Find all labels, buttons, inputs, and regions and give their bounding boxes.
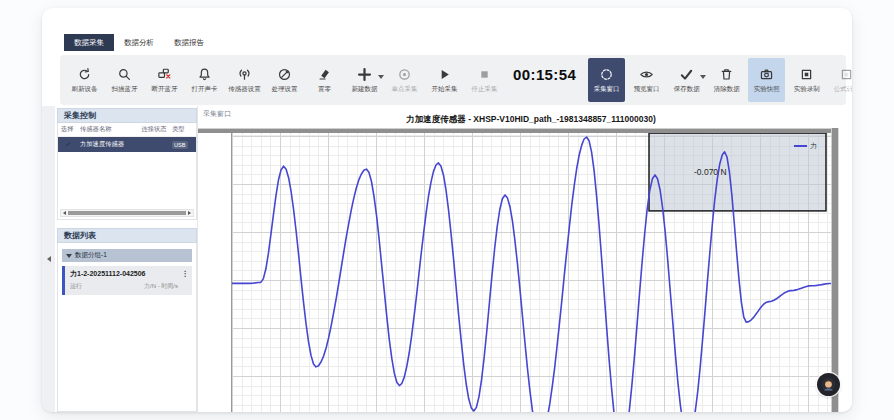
capture-window-button[interactable]: 采集窗口 — [588, 58, 625, 102]
stop-icon — [477, 67, 492, 82]
disconnect-bluetooth-button[interactable]: 断开蓝牙 — [146, 58, 183, 102]
col-type: 类型 — [172, 125, 192, 134]
preview-window-button[interactable]: 预览窗口 — [628, 58, 665, 102]
open-soundcard-label: 打开声卡 — [192, 85, 218, 94]
process-settings-label: 处理设置 — [272, 85, 298, 94]
play-icon — [437, 67, 452, 82]
record-icon — [799, 67, 814, 82]
col-sensor-name: 传感器名称 — [80, 125, 136, 134]
avatar-icon — [821, 377, 836, 392]
data-record-title: 力1-2-20251112-042506 — [70, 269, 178, 279]
capture-window-label: 采集窗口 — [594, 85, 620, 94]
sensor-name: 力加速度传感器 — [80, 140, 136, 149]
start-capture-label: 开始采集 — [432, 85, 458, 94]
formula-icon — [839, 67, 852, 82]
sensor-row[interactable]: 力加速度传感器 USB — [58, 137, 196, 152]
preview-window-label: 预览窗口 — [634, 85, 660, 94]
experiment-snapshot-label: 实验快照 — [754, 85, 780, 94]
data-record-series: 力/N - 时间/s — [144, 282, 178, 291]
chevron-down-icon — [66, 254, 72, 258]
open-soundcard-button[interactable]: 打开声卡 — [186, 58, 223, 102]
item-menu-icon[interactable]: ⋮ — [182, 269, 190, 278]
clear-data-label: 清除数据 — [714, 85, 740, 94]
eraser-icon — [317, 67, 332, 82]
camera-icon — [759, 67, 774, 82]
zero-label: 置零 — [318, 85, 331, 94]
data-panel-title: 数据列表 — [64, 230, 96, 241]
zero-button[interactable]: 置零 — [306, 58, 343, 102]
sensor-type-badge: USB — [172, 141, 188, 149]
formula-calc-button[interactable]: 公式计算 — [828, 58, 852, 102]
y-tick-mark — [231, 136, 232, 137]
experiment-snapshot-button[interactable]: 实验快照 — [748, 58, 785, 102]
scroll-left-icon[interactable] — [63, 211, 66, 215]
dropdown-caret-icon[interactable] — [378, 75, 384, 79]
capture-window-panel: 采集窗口 力加速度传感器 - XHSP-V10HID_path_-1981348… — [197, 106, 852, 412]
process-settings-icon — [277, 67, 292, 82]
check-icon — [679, 67, 694, 82]
data-record-item[interactable]: 力1-2-20251112-042506 运行 力/N - 时间/s ⋮ — [62, 266, 192, 295]
experiment-record-label: 实验录制 — [794, 85, 820, 94]
stop-capture-button[interactable]: 停止采集 — [466, 58, 503, 102]
sensor-settings-icon — [237, 67, 252, 82]
sensor-settings-label: 传感器设置 — [228, 85, 261, 94]
avatar-floating-button[interactable] — [817, 373, 840, 396]
hscroll-thumb[interactable] — [68, 211, 186, 215]
collect-panel-title: 采集控制 — [64, 110, 96, 121]
col-connect-status: 连接状态 — [136, 125, 172, 134]
tab-bar: 数据采集数据分析数据报告 — [64, 34, 214, 51]
disconnect-bluetooth-label: 断开蓝牙 — [152, 85, 178, 94]
toolbar: 刷新设备扫描蓝牙断开蓝牙打开声卡传感器设置处理设置置零新建数据单点采集开始采集停… — [60, 55, 846, 105]
chart-plot-area[interactable]: 力 [N] -0.070 N 力 3210-1-2 — [231, 133, 831, 412]
y-tick-mark — [231, 328, 232, 329]
trash-icon — [719, 67, 734, 82]
data-panel-header: 数据列表 — [57, 228, 197, 243]
data-list-panel: 数据列表 数据分组-1 力1-2-20251112-042506 运行 力/N … — [57, 228, 197, 412]
col-select: 选择 — [61, 125, 80, 134]
stop-capture-label: 停止采集 — [472, 85, 498, 94]
data-group-row[interactable]: 数据分组-1 — [62, 249, 192, 262]
collect-panel-header: 采集控制 — [57, 108, 197, 123]
y-tick-mark — [231, 376, 232, 377]
app-window: 数据采集数据分析数据报告 刷新设备扫描蓝牙断开蓝牙打开声卡传感器设置处理设置置零… — [42, 8, 852, 412]
chart-vscrollbar[interactable] — [831, 128, 839, 412]
sidebar-collapse-strip[interactable] — [42, 106, 55, 412]
tab-data-analysis[interactable]: 数据分析 — [114, 34, 164, 51]
dropdown-caret-icon[interactable] — [700, 75, 706, 79]
tab-data-acquisition[interactable]: 数据采集 — [64, 34, 114, 51]
chart-title: 力加速度传感器 - XHSP-V10HID_path_-1981348857_1… — [231, 114, 831, 126]
sensor-table: 选择 传感器名称 连接状态 类型 力加速度传感器 USB — [57, 123, 197, 220]
plus-icon — [357, 67, 372, 82]
capture-window-label: 采集窗口 — [203, 109, 231, 119]
data-group-label: 数据分组-1 — [75, 251, 107, 260]
save-data-button[interactable]: 保存数据 — [668, 58, 705, 102]
y-tick-mark — [231, 184, 232, 185]
capture-timer: 00:15:54 — [513, 66, 576, 83]
new-data-button[interactable]: 新建数据 — [346, 58, 383, 102]
tab-data-report[interactable]: 数据报告 — [164, 34, 214, 51]
waveform-svg — [232, 133, 831, 412]
search-icon — [117, 67, 132, 82]
sensor-table-hscrollbar[interactable] — [60, 209, 194, 217]
scan-bluetooth-button[interactable]: 扫描蓝牙 — [106, 58, 143, 102]
scan-bluetooth-label: 扫描蓝牙 — [112, 85, 138, 94]
legend-label: 力 — [810, 141, 817, 151]
sensor-settings-button[interactable]: 传感器设置 — [226, 58, 263, 102]
annotation-value: -0.070 N — [694, 167, 727, 177]
collapse-left-icon — [47, 256, 51, 262]
eye-icon — [639, 67, 654, 82]
experiment-record-button[interactable]: 实验录制 — [788, 58, 825, 102]
legend-line-icon — [794, 145, 807, 147]
bell-icon — [197, 67, 212, 82]
process-settings-button[interactable]: 处理设置 — [266, 58, 303, 102]
clear-data-button[interactable]: 清除数据 — [708, 58, 745, 102]
scroll-right-icon[interactable] — [188, 211, 191, 215]
capture-window-icon — [599, 67, 614, 82]
start-capture-button[interactable]: 开始采集 — [426, 58, 463, 102]
single-point-capture-button[interactable]: 单点采集 — [386, 58, 423, 102]
sidebar: 采集控制 选择 传感器名称 连接状态 类型 力加速度传感器 USB — [57, 108, 197, 412]
y-tick-mark — [231, 280, 232, 281]
sensor-table-header: 选择 传感器名称 连接状态 类型 — [58, 123, 196, 137]
refresh-device-button[interactable]: 刷新设备 — [66, 58, 103, 102]
save-data-label: 保存数据 — [674, 85, 700, 94]
